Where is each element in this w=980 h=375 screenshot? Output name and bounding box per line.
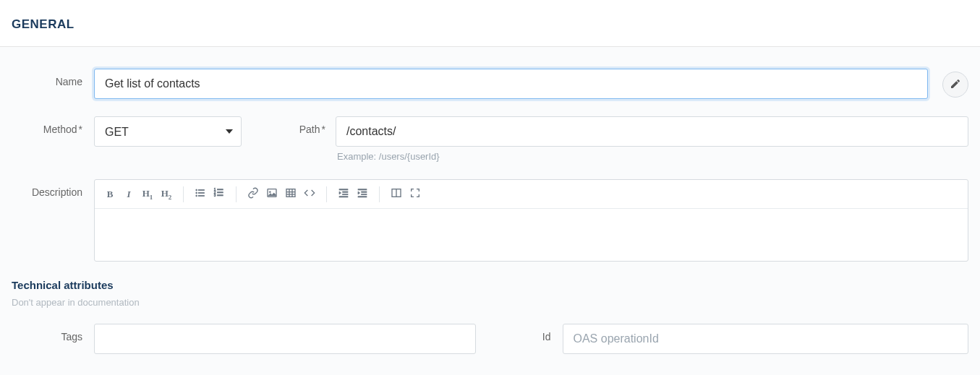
edit-button[interactable] xyxy=(942,72,968,98)
description-editor: B I H1 H2 123 xyxy=(94,179,968,262)
svg-rect-23 xyxy=(358,189,367,190)
split-view-icon xyxy=(391,187,402,201)
technical-section: Technical attributes Don't appear in doc… xyxy=(12,279,968,354)
svg-rect-5 xyxy=(198,195,204,196)
path-label: Path xyxy=(242,116,336,135)
link-button[interactable] xyxy=(244,185,263,204)
name-input[interactable] xyxy=(94,69,928,99)
svg-point-2 xyxy=(196,192,197,194)
h2-button[interactable]: H2 xyxy=(157,185,176,204)
method-select[interactable]: GET xyxy=(94,116,242,147)
method-path-row: Method GET Path Example: /users/{userId} xyxy=(12,116,968,162)
table-icon xyxy=(285,187,297,201)
description-label: Description xyxy=(12,179,94,198)
name-label: Name xyxy=(12,69,94,87)
svg-rect-3 xyxy=(198,192,204,193)
outdent-button[interactable] xyxy=(334,185,353,204)
name-row: Name xyxy=(12,69,968,99)
italic-button[interactable]: I xyxy=(119,185,138,204)
h1-button[interactable]: H1 xyxy=(138,185,157,204)
image-icon xyxy=(266,187,278,201)
svg-rect-26 xyxy=(358,197,367,197)
pencil-icon xyxy=(950,78,961,92)
indent-icon xyxy=(357,187,368,201)
tags-input[interactable] xyxy=(94,324,476,354)
svg-point-4 xyxy=(196,195,197,197)
bulleted-list-button[interactable] xyxy=(191,185,210,204)
form-area: Name Method GET Path Example: /users/{us… xyxy=(0,47,980,375)
svg-rect-9 xyxy=(217,192,223,193)
svg-rect-14 xyxy=(286,189,295,197)
fullscreen-icon xyxy=(409,187,421,201)
link-icon xyxy=(247,187,259,201)
image-button[interactable] xyxy=(263,185,281,204)
svg-point-0 xyxy=(196,189,197,191)
editor-toolbar: B I H1 H2 123 xyxy=(95,180,968,209)
split-view-button[interactable] xyxy=(387,185,406,204)
numbered-list-button[interactable]: 123 xyxy=(210,185,229,204)
code-button[interactable] xyxy=(300,185,319,204)
fullscreen-button[interactable] xyxy=(406,185,425,204)
technical-row: Tags Id xyxy=(12,324,968,354)
description-textarea[interactable] xyxy=(95,209,968,261)
svg-rect-22 xyxy=(339,197,348,197)
code-icon xyxy=(304,187,315,201)
svg-rect-20 xyxy=(343,191,348,192)
svg-rect-25 xyxy=(362,194,367,194)
technical-subtitle: Don't appear in documentation xyxy=(12,297,968,308)
toolbar-separator xyxy=(183,186,184,202)
bulleted-list-icon xyxy=(195,187,206,201)
description-row: Description B I H1 H2 123 xyxy=(12,179,968,262)
svg-rect-7 xyxy=(217,189,223,190)
bold-button[interactable]: B xyxy=(101,185,119,204)
svg-text:3: 3 xyxy=(214,194,216,197)
svg-rect-1 xyxy=(198,189,204,190)
svg-point-13 xyxy=(269,191,270,193)
path-hint: Example: /users/{userId} xyxy=(336,151,968,162)
technical-title: Technical attributes xyxy=(12,279,968,291)
indent-button[interactable] xyxy=(353,185,372,204)
outdent-icon xyxy=(338,187,349,201)
section-title: GENERAL xyxy=(12,17,968,32)
svg-rect-24 xyxy=(362,191,367,192)
svg-rect-11 xyxy=(217,195,223,196)
path-input[interactable] xyxy=(336,116,968,147)
method-label: Method xyxy=(12,116,94,135)
svg-rect-19 xyxy=(339,189,348,190)
table-button[interactable] xyxy=(281,185,300,204)
id-label: Id xyxy=(505,324,563,342)
id-input[interactable] xyxy=(563,324,969,354)
tags-label: Tags xyxy=(12,324,94,342)
toolbar-separator xyxy=(379,186,380,202)
numbered-list-icon: 123 xyxy=(213,187,225,201)
toolbar-separator xyxy=(236,186,237,202)
toolbar-separator xyxy=(326,186,327,202)
svg-rect-21 xyxy=(343,194,348,194)
section-header: GENERAL xyxy=(0,0,980,47)
